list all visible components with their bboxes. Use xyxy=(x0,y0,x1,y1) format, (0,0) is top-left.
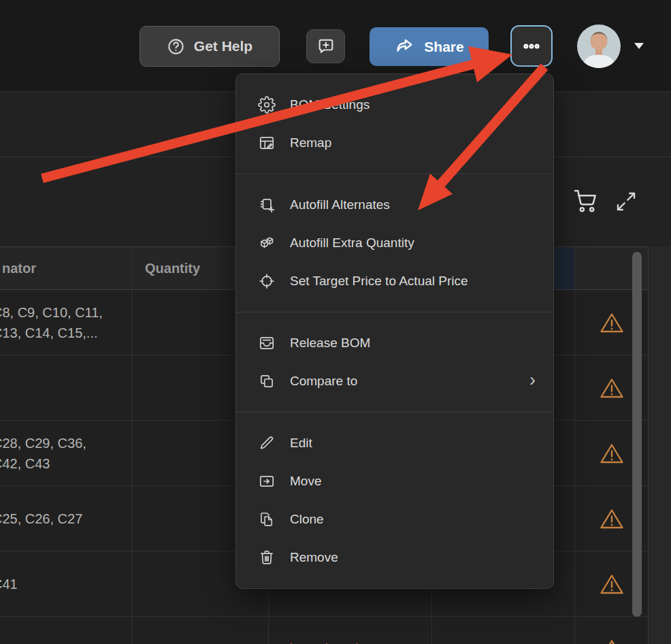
menu-item-move[interactable]: Move xyxy=(236,462,553,500)
menu-item-label: Remove xyxy=(290,550,338,565)
get-help-label: Get Help xyxy=(194,38,252,54)
designator-cell: C28, C29, C36, C42, C43 xyxy=(0,421,133,485)
menu-item-label: Autofill Extra Quantity xyxy=(290,236,414,251)
vertical-scrollbar[interactable] xyxy=(632,252,642,617)
share-arrow-icon xyxy=(394,36,415,57)
menu-section: Release BOM Compare to › xyxy=(236,312,553,412)
more-dots-icon xyxy=(521,36,542,57)
designator-cell: U1 xyxy=(0,617,133,644)
warning-triangle-icon[interactable] xyxy=(600,573,624,595)
menu-item-label: Remap xyxy=(290,135,331,150)
submenu-chevron-right-icon: › xyxy=(529,371,536,389)
help-circle-icon xyxy=(167,37,185,56)
menu-item-clone[interactable]: Clone xyxy=(236,500,553,538)
designator-cell: C41 xyxy=(0,551,133,616)
copy-pages-icon xyxy=(258,511,276,528)
table-row[interactable]: U1 3 Discontinued No xyxy=(0,617,648,644)
chip-plus-icon xyxy=(258,196,276,214)
release-tray-icon xyxy=(258,334,276,352)
status-cell: Discontinued xyxy=(269,617,432,644)
pencil-icon xyxy=(258,434,276,452)
designator-cell: C25, C26, C27 xyxy=(0,486,133,551)
menu-section: BOM Settings Remap xyxy=(236,74,553,174)
menu-item-remap[interactable]: Remap xyxy=(236,124,553,162)
crosshair-icon xyxy=(258,272,276,290)
cart-icon[interactable] xyxy=(572,187,599,214)
warning-triangle-icon[interactable] xyxy=(600,508,624,530)
quantity-cell: 3 xyxy=(133,617,269,644)
menu-item-label: BOM Settings xyxy=(290,97,370,112)
stacked-cubes-icon xyxy=(258,234,276,252)
more-options-button[interactable] xyxy=(510,25,553,67)
warning-cell xyxy=(575,617,648,644)
app-window: Get Help Share xyxy=(0,0,671,644)
menu-item-remove[interactable]: Remove xyxy=(236,538,553,577)
designator-cell xyxy=(0,355,133,420)
feedback-plus-icon xyxy=(316,37,336,56)
menu-item-autofill-extra-quantity[interactable]: Autofill Extra Quantity xyxy=(236,224,553,262)
menu-item-label: Edit xyxy=(290,436,312,451)
feedback-button[interactable] xyxy=(306,29,345,63)
share-label: Share xyxy=(424,39,463,55)
user-avatar[interactable] xyxy=(577,25,621,68)
menu-item-bom-settings[interactable]: BOM Settings xyxy=(236,86,553,124)
menu-item-edit[interactable]: Edit xyxy=(236,424,553,462)
warning-triangle-icon[interactable] xyxy=(600,312,624,334)
menu-item-release-bom[interactable]: Release BOM xyxy=(236,324,553,362)
expand-icon[interactable] xyxy=(614,189,638,214)
gear-icon xyxy=(258,96,276,114)
menu-item-label: Move xyxy=(290,474,321,489)
compare-squares-icon xyxy=(258,372,276,390)
menu-item-label: Release BOM xyxy=(290,336,370,351)
designator-cell: C8, C9, C10, C11, C13, C14, C15,... xyxy=(0,290,133,355)
warning-triangle-icon[interactable] xyxy=(600,639,624,644)
menu-item-autofill-alternates[interactable]: Autofill Alternates xyxy=(236,186,553,224)
warning-triangle-icon[interactable] xyxy=(600,442,624,464)
trash-icon xyxy=(258,549,276,566)
menu-item-set-target-price[interactable]: Set Target Price to Actual Price xyxy=(236,262,553,300)
menu-item-label: Compare to xyxy=(290,374,357,389)
availability-cell: No xyxy=(432,617,575,644)
warning-triangle-icon[interactable] xyxy=(600,377,624,399)
header-designator[interactable]: nator xyxy=(0,247,133,289)
menu-item-compare-to[interactable]: Compare to › xyxy=(236,362,553,400)
menu-item-label: Set Target Price to Actual Price xyxy=(290,274,468,289)
remap-table-icon xyxy=(258,134,276,152)
share-button[interactable]: Share xyxy=(370,27,489,66)
menu-section: Autofill Alternates Autofill Extra Quant… xyxy=(236,174,553,312)
account-chevron-down-icon[interactable] xyxy=(634,43,644,49)
menu-item-label: Autofill Alternates xyxy=(290,197,390,212)
more-options-menu: BOM Settings Remap xyxy=(235,74,554,589)
menu-item-label: Clone xyxy=(290,512,324,527)
right-panel-strip xyxy=(648,246,671,644)
get-help-button[interactable]: Get Help xyxy=(140,26,280,67)
folder-arrow-icon xyxy=(258,472,276,490)
menu-section: Edit Move C xyxy=(236,412,553,588)
